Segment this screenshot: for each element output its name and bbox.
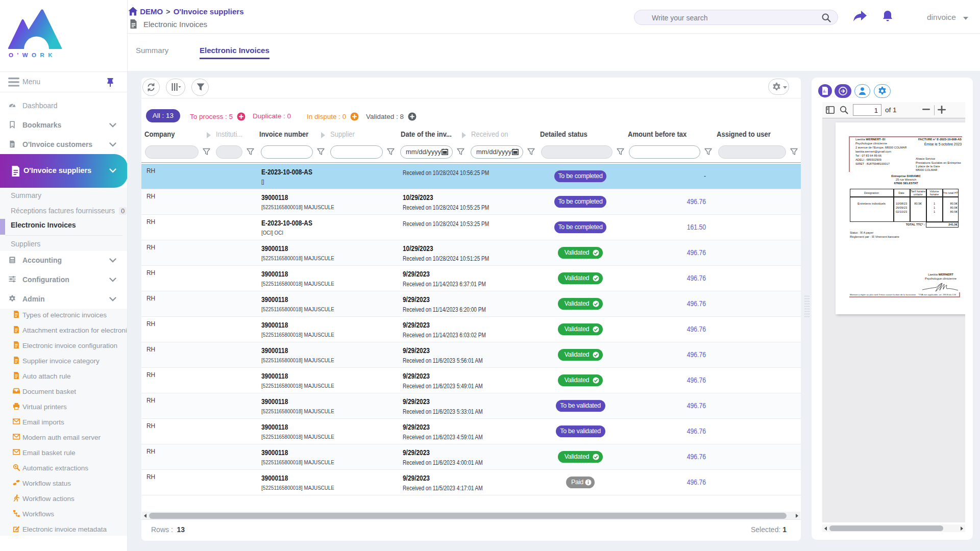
svg-text:O'WORK: O'WORK (9, 52, 56, 58)
